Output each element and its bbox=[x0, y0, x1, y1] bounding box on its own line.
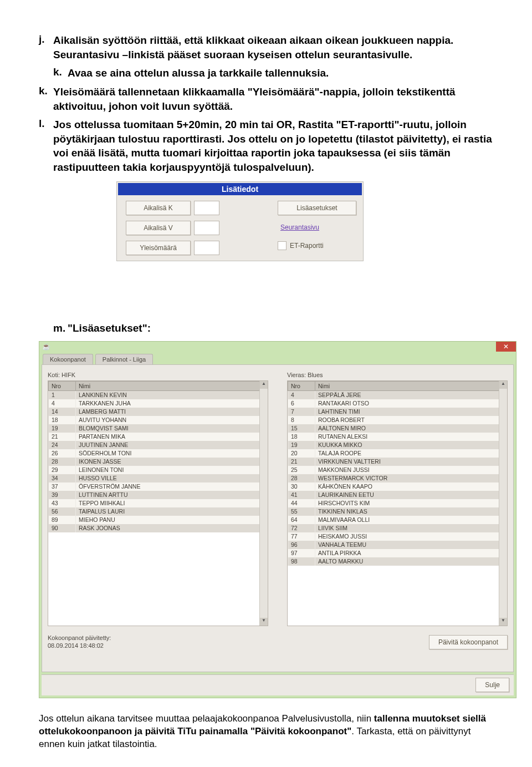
app-titlebar: ☕ ✕ bbox=[39, 342, 516, 352]
scroll-down-icon[interactable]: ▼ bbox=[499, 618, 507, 626]
yleisomaara-button[interactable]: Yleisömäärä bbox=[126, 241, 191, 255]
paivita-kokoonpanot-button[interactable]: Päivitä kokoonpanot bbox=[429, 635, 508, 649]
table-row[interactable]: 37ÖFVERSTRÖM JANNE bbox=[49, 482, 260, 491]
table-row[interactable]: 15AALTONEN MIRO bbox=[288, 424, 499, 433]
table-row[interactable]: 55TIKKINEN NIKLAS bbox=[288, 507, 499, 516]
list-text-m: "Lisäasetukset": bbox=[68, 322, 151, 334]
list-letter-j: j. bbox=[39, 33, 53, 62]
aikalisa-k-input[interactable] bbox=[194, 201, 219, 215]
table-row[interactable]: 28IKONEN JASSE bbox=[49, 458, 260, 466]
table-row[interactable]: 43TEPPO MIIHKALI bbox=[49, 499, 260, 507]
scroll-up-icon[interactable]: ▲ bbox=[499, 381, 507, 389]
away-roster-table: Nro Nimi 4SEPPÄLÄ JERE6RANTAKARI OTSO7LA… bbox=[287, 380, 508, 626]
table-row[interactable]: 98AALTO MARKKU bbox=[288, 557, 499, 566]
table-row[interactable]: 72LIIVIK SIIM bbox=[288, 524, 499, 532]
aikalisa-v-input[interactable] bbox=[194, 221, 219, 235]
table-row[interactable]: 28WESTERMARCK VICTOR bbox=[288, 474, 499, 482]
table-row[interactable]: 25MAKKONEN JUSSI bbox=[288, 466, 499, 474]
list-letter-m: m. bbox=[53, 322, 68, 334]
lisaasetukset-button[interactable]: Lisäasetukset bbox=[278, 201, 356, 215]
table-row[interactable]: 7LAHTINEN TIMI bbox=[288, 408, 499, 416]
yleisomaara-input[interactable] bbox=[194, 241, 219, 255]
home-team-label: Koti: HIFK bbox=[48, 372, 268, 378]
table-row[interactable]: 21PARTANEN MIKA bbox=[49, 433, 260, 441]
aikalisa-v-button[interactable]: Aikalisä V bbox=[126, 221, 191, 235]
list-letter-l: l. bbox=[39, 118, 53, 175]
table-row[interactable]: 34HUSSO VILLE bbox=[49, 474, 260, 482]
et-raportti-label: ET-Raportti bbox=[290, 242, 324, 250]
list-letter-k2: k. bbox=[39, 85, 53, 113]
list-letter-k: k. bbox=[53, 66, 68, 80]
table-row[interactable]: 90RASK JOONAS bbox=[49, 524, 260, 532]
table-row[interactable]: 1LANKINEN KEVIN bbox=[49, 390, 260, 399]
away-col-nro[interactable]: Nro bbox=[288, 381, 315, 390]
list-text-k2: Yleisömäärä tallennetaan klikkaamalla "Y… bbox=[53, 85, 493, 113]
scroll-up-icon[interactable]: ▲ bbox=[260, 381, 268, 389]
home-roster-table: Nro Nimi 1LANKINEN KEVIN4TARKKANEN JUHA1… bbox=[48, 380, 268, 626]
scroll-down-icon[interactable]: ▼ bbox=[260, 618, 268, 626]
home-col-nimi[interactable]: Nimi bbox=[76, 381, 260, 390]
table-row[interactable]: 29LEINONEN TONI bbox=[49, 466, 260, 474]
aikalisa-k-button[interactable]: Aikalisä K bbox=[126, 201, 191, 215]
tab-palkinnot-liiga[interactable]: Palkinnot - Liiga bbox=[95, 354, 153, 364]
lisatiedot-title: Lisätiedot bbox=[118, 183, 362, 195]
table-row[interactable]: 19KUUKKA MIKKO bbox=[288, 441, 499, 449]
kokoonpanot-window: ☕ ✕ Kokoonpanot Palkinnot - Liiga Koti: … bbox=[39, 341, 516, 699]
table-row[interactable]: 8ROOBA ROBERT bbox=[288, 416, 499, 424]
seurantasivu-link[interactable]: Seurantasivu bbox=[278, 221, 356, 234]
table-row[interactable]: 18RUTANEN ALEKSI bbox=[288, 433, 499, 441]
away-col-nimi[interactable]: Nimi bbox=[315, 381, 499, 390]
table-row[interactable]: 41LAURIKAINEN EETU bbox=[288, 491, 499, 499]
table-row[interactable]: 56TAIPALUS LAURI bbox=[49, 507, 260, 516]
table-row[interactable]: 96VANHALA TEEMU bbox=[288, 541, 499, 549]
table-row[interactable]: 44HIRSCHOVITS KIM bbox=[288, 499, 499, 507]
list-text-k: Avaa se aina ottelun alussa ja tarkkaile… bbox=[68, 66, 329, 80]
updated-timestamp: Kokoonpanot päivitetty: 08.09.2014 18:48… bbox=[48, 634, 111, 650]
sulje-button[interactable]: Sulje bbox=[475, 678, 509, 692]
close-icon[interactable]: ✕ bbox=[496, 342, 516, 352]
table-row[interactable]: 20TALAJA ROOPE bbox=[288, 449, 499, 458]
footer-paragraph: Jos ottelun aikana tarvitsee muuttaa pel… bbox=[39, 713, 493, 751]
lisatiedot-panel: Lisätiedot Aikalisä K Aikalisä V Yleisöm… bbox=[116, 181, 364, 261]
table-row[interactable]: 77HEISKAMO JUSSI bbox=[288, 532, 499, 541]
tab-kokoonpanot[interactable]: Kokoonpanot bbox=[43, 354, 93, 364]
table-row[interactable]: 24JUUTINEN JANNE bbox=[49, 441, 260, 449]
table-row[interactable]: 6RANTAKARI OTSO bbox=[288, 399, 499, 408]
table-row[interactable]: 14LAMBERG MATTI bbox=[49, 408, 260, 416]
away-scrollbar[interactable]: ▲ ▼ bbox=[499, 381, 507, 626]
home-col-nro[interactable]: Nro bbox=[49, 381, 76, 390]
table-row[interactable]: 18AUVITU YOHANN bbox=[49, 416, 260, 424]
table-row[interactable]: 21VIRKKUNEN VALTTERI bbox=[288, 458, 499, 466]
list-text-l: Jos ottelussa tuomitaan 5+20min, 20 min … bbox=[53, 118, 493, 175]
away-team-label: Vieras: Blues bbox=[287, 372, 508, 378]
table-row[interactable]: 97ANTILA PIRKKA bbox=[288, 549, 499, 557]
home-scrollbar[interactable]: ▲ ▼ bbox=[259, 381, 268, 626]
table-row[interactable]: 19BLOMQVIST SAMI bbox=[49, 424, 260, 433]
table-row[interactable]: 30KÄHKÖNEN KAAPO bbox=[288, 482, 499, 491]
java-icon: ☕ bbox=[42, 343, 50, 351]
table-row[interactable]: 39LUTTINEN ARTTU bbox=[49, 491, 260, 499]
table-row[interactable]: 4TARKKANEN JUHA bbox=[49, 399, 260, 408]
et-raportti-checkbox[interactable] bbox=[278, 241, 287, 250]
list-text-j: Aikalisän syöttöön riittää, että klikkaa… bbox=[53, 33, 493, 62]
table-row[interactable]: 64MALMIVAARA OLLI bbox=[288, 516, 499, 524]
table-row[interactable]: 89MIEHO PANU bbox=[49, 516, 260, 524]
table-row[interactable]: 26SÖDERHOLM TONI bbox=[49, 449, 260, 458]
table-row[interactable]: 4SEPPÄLÄ JERE bbox=[288, 390, 499, 399]
